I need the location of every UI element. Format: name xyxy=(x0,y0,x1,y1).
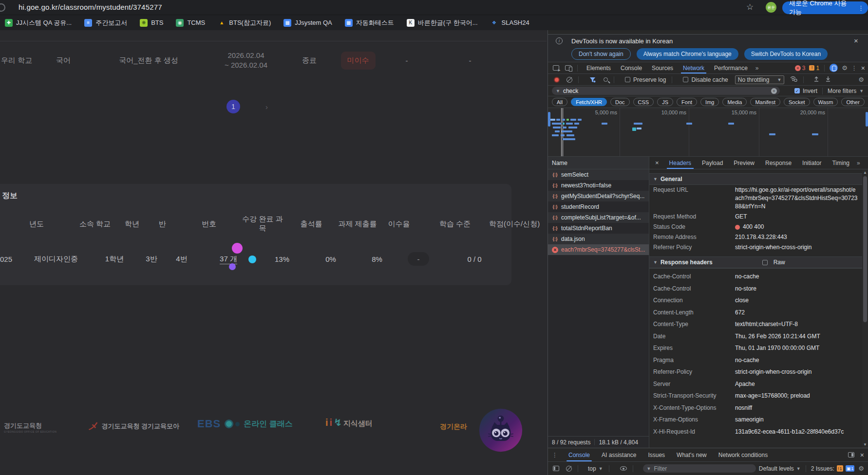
profile-avatar[interactable]: 용운 xyxy=(766,2,776,13)
drawer-tab[interactable]: Network conditions xyxy=(713,448,774,461)
bookmark-item[interactable]: ✚ JJ시스템 QA 공유... xyxy=(5,18,72,27)
request-row[interactable]: studentRecord xyxy=(548,201,649,212)
close-detail-icon[interactable]: × xyxy=(649,159,664,166)
raw-toggle[interactable]: Raw xyxy=(762,259,785,266)
jisik-logo[interactable]: ii↯ 지식샘터 xyxy=(325,417,373,428)
header-value[interactable]: close xyxy=(735,296,749,305)
clear-filter-icon[interactable]: × xyxy=(771,88,777,94)
drawer-close-icon[interactable]: × xyxy=(860,451,864,459)
header-value[interactable]: GET xyxy=(735,213,747,221)
more-filters-dropdown[interactable]: More filters▼ xyxy=(828,88,864,94)
page-number-button[interactable]: 1 xyxy=(226,100,240,113)
devtools-ai-button[interactable] xyxy=(830,64,838,72)
error-count-badge[interactable]: ×3 xyxy=(795,65,806,72)
log-levels-dropdown[interactable]: Default levels▼ xyxy=(759,465,801,472)
console-settings-gear-icon[interactable]: ⚙ xyxy=(858,465,864,472)
request-row[interactable]: completeSubjList?target=&of... xyxy=(548,212,649,223)
mascot-character[interactable] xyxy=(478,408,523,453)
request-list-header[interactable]: Name xyxy=(548,157,649,169)
scrollbar-thumb[interactable] xyxy=(863,176,867,322)
devtools-close-icon[interactable]: × xyxy=(861,64,865,72)
header-value[interactable]: no-cache xyxy=(735,356,759,365)
devtools-tab[interactable]: Network xyxy=(678,62,709,73)
drawer-tab[interactable]: Issues xyxy=(642,448,671,461)
warning-count-badge[interactable]: !1 xyxy=(809,65,819,72)
bookmark-star-icon[interactable]: ☆ xyxy=(746,2,754,12)
devtools-tab[interactable]: Console xyxy=(616,62,647,73)
request-row[interactable]: each?mbrSeq=3745277&clsSt... xyxy=(548,244,649,255)
type-filter-chip[interactable]: Img xyxy=(700,98,719,106)
switch-korean-button[interactable]: Switch DevTools to Korean xyxy=(744,48,828,60)
detail-tab[interactable]: Headers xyxy=(664,157,697,169)
overview-right-handle[interactable] xyxy=(866,112,868,127)
moa-logo[interactable]: メ 경기도교육청 경기교육모아 xyxy=(89,420,179,433)
bookmark-item[interactable]: K 바른한글(구 한국어... xyxy=(407,18,478,27)
request-row[interactable]: newest3?noti=false xyxy=(548,180,649,191)
bookmark-item[interactable]: ❖ SLASH24 xyxy=(491,19,529,27)
type-filter-chip[interactable]: Doc xyxy=(610,98,630,106)
detail-tab[interactable]: Initiator xyxy=(797,157,827,169)
next-page-chevron-icon[interactable]: › xyxy=(265,103,268,111)
bookmark-item[interactable]: ▲ BTS(참고자료) xyxy=(218,18,271,27)
goe-logo[interactable]: 경기도교육청 GYEONGGIDO OFFICE OF EDUCATION xyxy=(4,421,57,433)
invert-checkbox[interactable]: ✓ xyxy=(794,88,800,93)
bookmark-item[interactable]: ≡ 주간보고서 xyxy=(84,18,127,27)
header-value[interactable]: nosniff xyxy=(735,404,752,412)
scroll-down-icon[interactable]: ▼ xyxy=(862,442,868,447)
header-value[interactable]: strict-origin-when-cross-origin xyxy=(735,243,811,252)
type-filter-chip[interactable]: Media xyxy=(722,98,747,106)
request-row[interactable]: getMyStudentDetail?schyrSeq... xyxy=(548,191,649,201)
preserve-log-checkbox[interactable] xyxy=(625,77,630,82)
throttling-dropdown[interactable]: No throttling▼ xyxy=(735,75,785,84)
header-value[interactable]: 131a9c62-ecea-4611-b1a2-28f840e6d37c xyxy=(735,428,844,436)
devtools-tab[interactable]: Performance xyxy=(709,62,753,73)
general-section-header[interactable]: ▼General xyxy=(649,173,862,185)
detail-more-tabs-icon[interactable]: » xyxy=(855,160,860,166)
console-filter-input[interactable] xyxy=(654,465,737,472)
chrome-update-button[interactable]: 새로운 Chrome 사용 가능 ⋮ xyxy=(782,1,868,14)
inspect-element-icon[interactable] xyxy=(553,65,559,71)
header-value[interactable]: Apache xyxy=(735,380,755,388)
response-headers-section-header[interactable]: ▼Response headers Raw xyxy=(649,256,862,268)
gonline-logo[interactable]: 경기온라 xyxy=(440,422,467,431)
type-filter-chip[interactable]: Wasm xyxy=(813,98,838,106)
type-filter-chip[interactable]: Other xyxy=(841,98,865,106)
header-value[interactable]: 210.178.43.228:443 xyxy=(735,233,787,241)
bookmark-item[interactable]: ◉ TCMS xyxy=(176,19,205,27)
url-text[interactable]: hi.goe.go.kr/classroom/mystudent/3745277 xyxy=(19,3,162,11)
bookmark-item[interactable]: ▦ 자동화테스트 xyxy=(345,18,394,27)
detail-tab[interactable]: Timing xyxy=(827,157,855,169)
console-sidebar-icon[interactable] xyxy=(553,466,559,471)
ebs-logo[interactable]: EBS 온라인 클래스 xyxy=(197,418,293,430)
bookmark-item[interactable]: ▦ JJsystem QA xyxy=(283,19,332,27)
javascript-context-dropdown[interactable]: top▼ xyxy=(588,465,603,472)
drawer-tab[interactable]: Console xyxy=(563,448,596,461)
drawer-tab[interactable]: What's new xyxy=(671,448,713,461)
live-expression-icon[interactable] xyxy=(620,466,627,471)
header-value[interactable]: 400 400 xyxy=(743,223,764,231)
type-filter-chip[interactable]: Socket xyxy=(784,98,810,106)
header-value[interactable]: max-age=15768000; preload xyxy=(735,392,810,400)
scroll-up-icon[interactable]: ▲ xyxy=(862,170,868,175)
site-info-icon[interactable] xyxy=(0,3,5,12)
devtools-tab[interactable]: Elements xyxy=(582,62,616,73)
type-filter-chip[interactable]: JS xyxy=(657,98,673,106)
dont-show-again-button[interactable]: Don't show again xyxy=(571,48,631,60)
export-har-icon[interactable] xyxy=(825,76,831,83)
header-value[interactable]: 672 xyxy=(735,309,745,317)
network-settings-gear-icon[interactable]: ⚙ xyxy=(858,76,864,83)
network-filter-input[interactable] xyxy=(563,88,748,94)
detail-tab[interactable]: Response xyxy=(760,157,797,169)
request-row[interactable]: totalStdnReportBan xyxy=(548,223,649,234)
detail-scrollbar[interactable]: ▲ ▼ xyxy=(862,169,868,448)
preserve-log-label[interactable]: Preserve log xyxy=(633,76,666,83)
network-conditions-icon[interactable] xyxy=(790,76,797,83)
type-filter-chip[interactable]: Manifest xyxy=(750,98,780,106)
clear-network-icon[interactable] xyxy=(566,77,572,83)
issues-counter[interactable]: 2 Issues: !1 ▣1 xyxy=(811,465,855,472)
header-value[interactable]: text/html;charset=UTF-8 xyxy=(735,320,798,329)
course-table-row[interactable]: 우리 학교 국어 국어_전환 후 생성 2026.02.04 ~ 2026.02… xyxy=(0,45,511,76)
header-value[interactable]: Thu, 26 Feb 2026 10:21:44 GMT xyxy=(735,332,820,341)
raw-checkbox[interactable] xyxy=(762,260,768,265)
disable-cache-checkbox[interactable] xyxy=(683,77,688,82)
